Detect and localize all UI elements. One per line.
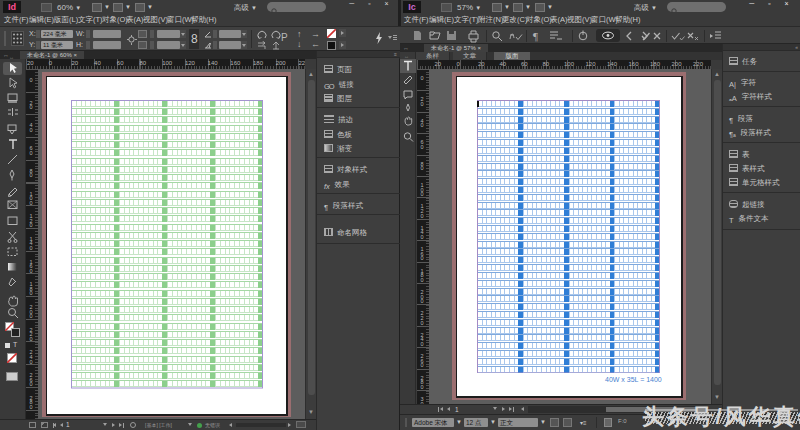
svg-text:¶: ¶ [533, 30, 538, 42]
